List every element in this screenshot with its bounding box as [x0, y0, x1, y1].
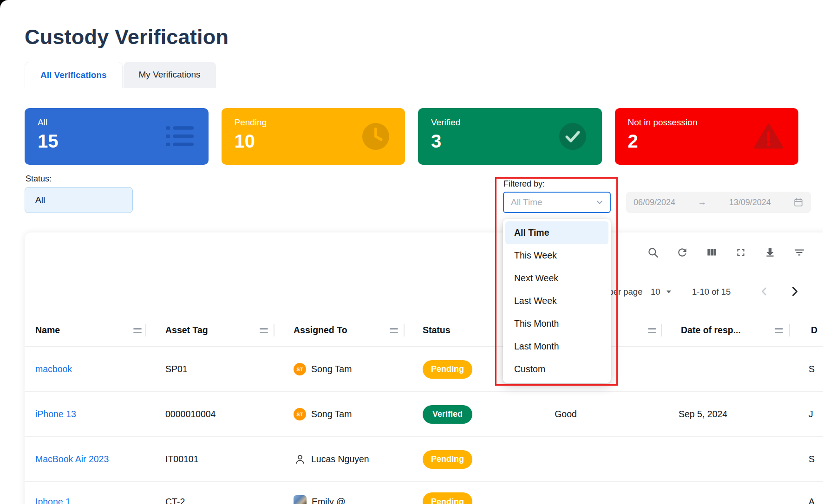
stat-card-verified[interactable]: Verified 3	[418, 108, 602, 165]
condition-cell: Good	[540, 392, 591, 437]
date-range-picker[interactable]: 06/09/2024 → 13/09/2024	[626, 192, 811, 213]
truncated-cell: A	[809, 482, 815, 504]
avatar: ST	[294, 363, 306, 375]
tab-my-verifications[interactable]: My Verifications	[124, 62, 216, 88]
clock-icon	[361, 122, 390, 151]
column-divider	[661, 324, 662, 336]
header-date-of-resp[interactable]: Date of resp...	[681, 313, 741, 347]
asset-tag-cell: 0000010004	[165, 392, 216, 437]
truncated-cell: J	[809, 392, 813, 437]
rows-per-page-select[interactable]: 10	[651, 287, 660, 297]
tab-all-verifications[interactable]: All Verifications	[25, 62, 123, 88]
menu-item-all-time[interactable]: All Time	[505, 221, 608, 244]
asset-name-link[interactable]: iPhone 13	[35, 392, 76, 437]
status-badge: Pending	[423, 360, 472, 379]
menu-item-next-week[interactable]: Next Week	[503, 267, 611, 290]
column-divider	[404, 324, 405, 336]
assigned-to-name: Lucas Nguyen	[311, 454, 369, 465]
calendar-icon[interactable]	[793, 197, 803, 207]
table-row[interactable]: macbook SP01 ST Song Tam Pending S	[25, 347, 823, 392]
search-icon[interactable]	[647, 246, 659, 258]
drag-handle-icon[interactable]	[648, 328, 656, 333]
drag-handle-icon[interactable]	[260, 328, 268, 333]
fullscreen-icon[interactable]	[735, 246, 747, 258]
verifications-table-card: Rows per page 10 1-10 of 15 Name Asset T…	[25, 233, 823, 504]
table-row[interactable]: iPhone 13 0000010004 ST Song Tam Verifie…	[25, 392, 823, 437]
date-of-resp-cell: Sep 5, 2024	[679, 392, 727, 437]
menu-item-last-week[interactable]: Last Week	[503, 290, 611, 312]
column-divider	[274, 324, 274, 336]
refresh-icon[interactable]	[676, 246, 688, 258]
status-cell: Pending	[423, 482, 472, 504]
asset-name-link[interactable]: macbook	[35, 347, 72, 392]
assigned-to-name: Song Tam	[311, 364, 352, 375]
status-filter-select[interactable]: All	[25, 187, 133, 213]
status-cell: Pending	[423, 437, 472, 482]
asset-name-link[interactable]: Iphone 1	[35, 482, 71, 504]
status-cell: Pending	[423, 347, 472, 392]
filtered-by-label: Filtered by:	[503, 179, 545, 189]
assigned-to-name: Song Tam	[311, 409, 352, 420]
columns-icon[interactable]	[705, 246, 718, 258]
header-truncated[interactable]: D	[811, 313, 817, 347]
page-title: Custody Verification	[25, 25, 229, 49]
check-circle-icon	[558, 122, 587, 151]
drag-handle-icon[interactable]	[390, 328, 398, 333]
drag-handle-icon[interactable]	[775, 328, 783, 333]
menu-item-this-week[interactable]: This Week	[503, 244, 611, 267]
date-from-value[interactable]: 06/09/2024	[634, 198, 675, 207]
header-status[interactable]: Status	[423, 313, 451, 347]
status-badge: Pending	[423, 492, 472, 504]
menu-item-this-month[interactable]: This Month	[503, 312, 611, 335]
arrow-right-icon: →	[698, 197, 706, 207]
asset-tag-cell: IT00101	[165, 437, 199, 482]
avatar	[294, 495, 307, 504]
header-name[interactable]: Name	[35, 313, 60, 347]
filtered-by-dropdown-menu: All Time This Week Next Week Last Week T…	[503, 219, 611, 383]
pagination-range: 1-10 of 15	[692, 287, 731, 297]
stat-card-not-in-possession[interactable]: Not in possession 2	[615, 108, 799, 165]
custody-verification-page: Custody Verification All Verifications M…	[0, 0, 823, 504]
assigned-to-cell: Lucas Nguyen	[294, 437, 369, 482]
table-toolbar	[647, 246, 805, 258]
filtered-by-select[interactable]: All Time	[503, 192, 611, 213]
person-icon	[294, 453, 306, 465]
tab-bar: All Verifications My Verifications	[25, 62, 216, 88]
truncated-cell: S	[809, 437, 815, 482]
previous-page-button[interactable]	[758, 285, 771, 298]
status-filter-label: Status:	[26, 174, 52, 184]
status-badge: Verified	[423, 405, 472, 424]
truncated-cell: S	[809, 347, 815, 392]
filtered-by-value: All Time	[511, 197, 542, 207]
next-page-button[interactable]	[788, 285, 801, 298]
asset-name-link[interactable]: MacBook Air 2023	[35, 437, 109, 482]
pagination-bar: Rows per page 10 1-10 of 15	[25, 285, 823, 300]
filter-icon[interactable]	[793, 246, 805, 258]
table-header-row: Name Asset Tag Assigned To Status Date o…	[25, 313, 823, 347]
date-to-value[interactable]: 13/09/2024	[729, 198, 771, 207]
status-cell: Verified	[423, 392, 472, 437]
column-divider	[145, 324, 146, 336]
list-icon	[166, 125, 194, 148]
chevron-down-icon	[595, 198, 604, 207]
assigned-to-cell: ST Song Tam	[294, 347, 352, 392]
asset-tag-cell: SP01	[165, 347, 188, 392]
table-row[interactable]: Iphone 1 CT-2 Emily @ Pending A	[25, 482, 823, 504]
column-divider	[789, 324, 790, 336]
stat-card-pending[interactable]: Pending 10	[222, 108, 405, 165]
stat-card-all[interactable]: All 15	[25, 108, 209, 165]
menu-item-last-month[interactable]: Last Month	[503, 335, 611, 358]
download-icon[interactable]	[764, 246, 776, 258]
warning-triangle-icon	[754, 123, 784, 150]
assigned-to-name: Emily @	[312, 497, 346, 504]
caret-down-icon[interactable]	[666, 291, 671, 293]
table-row[interactable]: MacBook Air 2023 IT00101 Lucas Nguyen Pe…	[25, 437, 823, 482]
avatar: ST	[294, 408, 306, 420]
menu-item-custom[interactable]: Custom	[503, 358, 611, 381]
drag-handle-icon[interactable]	[133, 328, 142, 333]
header-asset-tag[interactable]: Asset Tag	[165, 313, 208, 347]
status-filter-value: All	[35, 195, 45, 205]
assigned-to-cell: Emily @	[294, 482, 346, 504]
header-assigned-to[interactable]: Assigned To	[294, 313, 347, 347]
asset-tag-cell: CT-2	[165, 482, 185, 504]
